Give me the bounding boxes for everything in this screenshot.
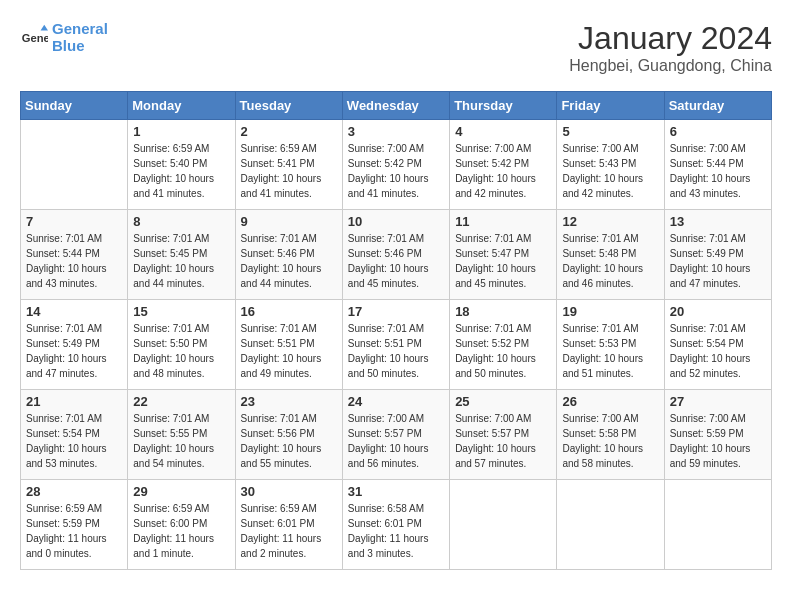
day-number: 2 bbox=[241, 124, 337, 139]
day-number: 9 bbox=[241, 214, 337, 229]
calendar-cell: 23 Sunrise: 7:01 AM Sunset: 5:56 PM Dayl… bbox=[235, 390, 342, 480]
calendar-cell: 12 Sunrise: 7:01 AM Sunset: 5:48 PM Dayl… bbox=[557, 210, 664, 300]
calendar-cell: 20 Sunrise: 7:01 AM Sunset: 5:54 PM Dayl… bbox=[664, 300, 771, 390]
weekday-header-friday: Friday bbox=[557, 92, 664, 120]
day-info: Sunrise: 7:01 AM Sunset: 5:54 PM Dayligh… bbox=[670, 321, 766, 381]
logo: General General Blue bbox=[20, 20, 108, 54]
calendar-cell: 21 Sunrise: 7:01 AM Sunset: 5:54 PM Dayl… bbox=[21, 390, 128, 480]
day-info: Sunrise: 7:00 AM Sunset: 5:43 PM Dayligh… bbox=[562, 141, 658, 201]
day-number: 28 bbox=[26, 484, 122, 499]
weekday-header-tuesday: Tuesday bbox=[235, 92, 342, 120]
day-number: 15 bbox=[133, 304, 229, 319]
day-number: 1 bbox=[133, 124, 229, 139]
calendar-cell bbox=[450, 480, 557, 570]
weekday-header-saturday: Saturday bbox=[664, 92, 771, 120]
week-row-1: 1 Sunrise: 6:59 AM Sunset: 5:40 PM Dayli… bbox=[21, 120, 772, 210]
day-info: Sunrise: 7:01 AM Sunset: 5:44 PM Dayligh… bbox=[26, 231, 122, 291]
day-number: 20 bbox=[670, 304, 766, 319]
day-info: Sunrise: 6:59 AM Sunset: 6:00 PM Dayligh… bbox=[133, 501, 229, 561]
calendar-cell: 29 Sunrise: 6:59 AM Sunset: 6:00 PM Dayl… bbox=[128, 480, 235, 570]
day-number: 30 bbox=[241, 484, 337, 499]
weekday-header-thursday: Thursday bbox=[450, 92, 557, 120]
day-info: Sunrise: 7:00 AM Sunset: 5:42 PM Dayligh… bbox=[455, 141, 551, 201]
calendar-table: SundayMondayTuesdayWednesdayThursdayFrid… bbox=[20, 91, 772, 570]
day-info: Sunrise: 7:00 AM Sunset: 5:44 PM Dayligh… bbox=[670, 141, 766, 201]
calendar-cell: 8 Sunrise: 7:01 AM Sunset: 5:45 PM Dayli… bbox=[128, 210, 235, 300]
calendar-cell: 17 Sunrise: 7:01 AM Sunset: 5:51 PM Dayl… bbox=[342, 300, 449, 390]
day-number: 26 bbox=[562, 394, 658, 409]
day-number: 16 bbox=[241, 304, 337, 319]
calendar-cell: 24 Sunrise: 7:00 AM Sunset: 5:57 PM Dayl… bbox=[342, 390, 449, 480]
day-info: Sunrise: 7:00 AM Sunset: 5:57 PM Dayligh… bbox=[348, 411, 444, 471]
day-info: Sunrise: 6:59 AM Sunset: 5:59 PM Dayligh… bbox=[26, 501, 122, 561]
day-number: 11 bbox=[455, 214, 551, 229]
day-number: 17 bbox=[348, 304, 444, 319]
calendar-cell: 18 Sunrise: 7:01 AM Sunset: 5:52 PM Dayl… bbox=[450, 300, 557, 390]
day-number: 3 bbox=[348, 124, 444, 139]
day-info: Sunrise: 7:01 AM Sunset: 5:48 PM Dayligh… bbox=[562, 231, 658, 291]
day-number: 14 bbox=[26, 304, 122, 319]
calendar-cell bbox=[557, 480, 664, 570]
calendar-cell: 15 Sunrise: 7:01 AM Sunset: 5:50 PM Dayl… bbox=[128, 300, 235, 390]
day-number: 6 bbox=[670, 124, 766, 139]
calendar-cell: 31 Sunrise: 6:58 AM Sunset: 6:01 PM Dayl… bbox=[342, 480, 449, 570]
week-row-4: 21 Sunrise: 7:01 AM Sunset: 5:54 PM Dayl… bbox=[21, 390, 772, 480]
calendar-cell: 4 Sunrise: 7:00 AM Sunset: 5:42 PM Dayli… bbox=[450, 120, 557, 210]
day-info: Sunrise: 7:00 AM Sunset: 5:42 PM Dayligh… bbox=[348, 141, 444, 201]
week-row-3: 14 Sunrise: 7:01 AM Sunset: 5:49 PM Dayl… bbox=[21, 300, 772, 390]
day-info: Sunrise: 7:01 AM Sunset: 5:49 PM Dayligh… bbox=[670, 231, 766, 291]
day-info: Sunrise: 6:59 AM Sunset: 5:41 PM Dayligh… bbox=[241, 141, 337, 201]
day-number: 27 bbox=[670, 394, 766, 409]
calendar-cell: 6 Sunrise: 7:00 AM Sunset: 5:44 PM Dayli… bbox=[664, 120, 771, 210]
day-info: Sunrise: 6:58 AM Sunset: 6:01 PM Dayligh… bbox=[348, 501, 444, 561]
day-info: Sunrise: 7:01 AM Sunset: 5:49 PM Dayligh… bbox=[26, 321, 122, 381]
calendar-cell: 9 Sunrise: 7:01 AM Sunset: 5:46 PM Dayli… bbox=[235, 210, 342, 300]
calendar-cell: 30 Sunrise: 6:59 AM Sunset: 6:01 PM Dayl… bbox=[235, 480, 342, 570]
day-number: 13 bbox=[670, 214, 766, 229]
day-info: Sunrise: 6:59 AM Sunset: 6:01 PM Dayligh… bbox=[241, 501, 337, 561]
day-number: 31 bbox=[348, 484, 444, 499]
day-number: 21 bbox=[26, 394, 122, 409]
day-number: 22 bbox=[133, 394, 229, 409]
calendar-cell: 1 Sunrise: 6:59 AM Sunset: 5:40 PM Dayli… bbox=[128, 120, 235, 210]
day-number: 8 bbox=[133, 214, 229, 229]
day-number: 18 bbox=[455, 304, 551, 319]
location-subtitle: Hengbei, Guangdong, China bbox=[569, 57, 772, 75]
day-number: 5 bbox=[562, 124, 658, 139]
day-number: 24 bbox=[348, 394, 444, 409]
calendar-cell: 22 Sunrise: 7:01 AM Sunset: 5:55 PM Dayl… bbox=[128, 390, 235, 480]
logo-line2: Blue bbox=[52, 37, 108, 54]
calendar-cell: 25 Sunrise: 7:00 AM Sunset: 5:57 PM Dayl… bbox=[450, 390, 557, 480]
calendar-cell: 3 Sunrise: 7:00 AM Sunset: 5:42 PM Dayli… bbox=[342, 120, 449, 210]
calendar-cell bbox=[664, 480, 771, 570]
day-number: 4 bbox=[455, 124, 551, 139]
day-info: Sunrise: 7:01 AM Sunset: 5:53 PM Dayligh… bbox=[562, 321, 658, 381]
day-info: Sunrise: 7:01 AM Sunset: 5:52 PM Dayligh… bbox=[455, 321, 551, 381]
weekday-header-wednesday: Wednesday bbox=[342, 92, 449, 120]
calendar-cell: 13 Sunrise: 7:01 AM Sunset: 5:49 PM Dayl… bbox=[664, 210, 771, 300]
day-info: Sunrise: 7:01 AM Sunset: 5:55 PM Dayligh… bbox=[133, 411, 229, 471]
day-number: 19 bbox=[562, 304, 658, 319]
calendar-cell: 16 Sunrise: 7:01 AM Sunset: 5:51 PM Dayl… bbox=[235, 300, 342, 390]
page-header: General General Blue January 2024 Hengbe… bbox=[20, 20, 772, 75]
day-info: Sunrise: 7:01 AM Sunset: 5:51 PM Dayligh… bbox=[348, 321, 444, 381]
day-info: Sunrise: 7:00 AM Sunset: 5:58 PM Dayligh… bbox=[562, 411, 658, 471]
calendar-cell: 11 Sunrise: 7:01 AM Sunset: 5:47 PM Dayl… bbox=[450, 210, 557, 300]
day-info: Sunrise: 6:59 AM Sunset: 5:40 PM Dayligh… bbox=[133, 141, 229, 201]
calendar-cell: 7 Sunrise: 7:01 AM Sunset: 5:44 PM Dayli… bbox=[21, 210, 128, 300]
day-info: Sunrise: 7:01 AM Sunset: 5:45 PM Dayligh… bbox=[133, 231, 229, 291]
calendar-cell: 10 Sunrise: 7:01 AM Sunset: 5:46 PM Dayl… bbox=[342, 210, 449, 300]
svg-text:General: General bbox=[22, 32, 48, 44]
day-number: 23 bbox=[241, 394, 337, 409]
calendar-cell: 26 Sunrise: 7:00 AM Sunset: 5:58 PM Dayl… bbox=[557, 390, 664, 480]
calendar-cell: 27 Sunrise: 7:00 AM Sunset: 5:59 PM Dayl… bbox=[664, 390, 771, 480]
week-row-2: 7 Sunrise: 7:01 AM Sunset: 5:44 PM Dayli… bbox=[21, 210, 772, 300]
calendar-cell: 5 Sunrise: 7:00 AM Sunset: 5:43 PM Dayli… bbox=[557, 120, 664, 210]
day-number: 25 bbox=[455, 394, 551, 409]
calendar-cell: 2 Sunrise: 6:59 AM Sunset: 5:41 PM Dayli… bbox=[235, 120, 342, 210]
month-title: January 2024 bbox=[569, 20, 772, 57]
day-info: Sunrise: 7:01 AM Sunset: 5:56 PM Dayligh… bbox=[241, 411, 337, 471]
day-number: 29 bbox=[133, 484, 229, 499]
day-info: Sunrise: 7:01 AM Sunset: 5:47 PM Dayligh… bbox=[455, 231, 551, 291]
weekday-header-sunday: Sunday bbox=[21, 92, 128, 120]
